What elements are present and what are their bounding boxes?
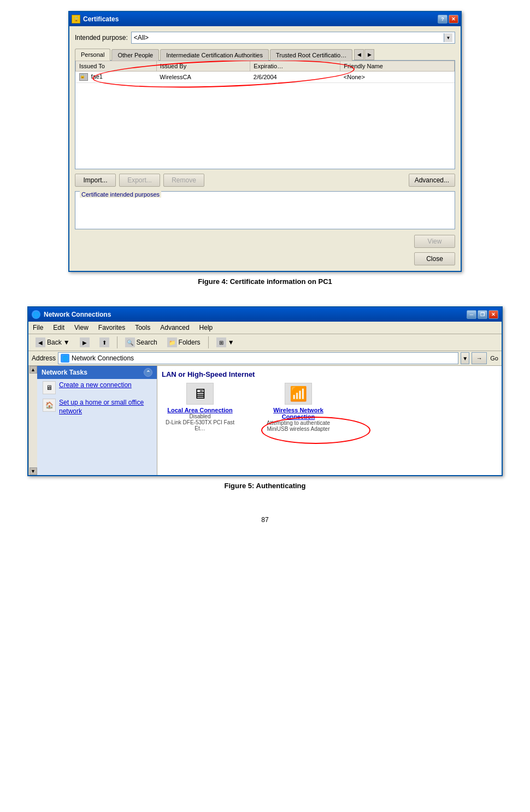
create-connection-label: Create a new connection (59, 381, 132, 390)
certificate-table: Issued To Issued By Expiratio… Friendly … (75, 61, 455, 83)
scroll-down-btn[interactable]: ▼ (30, 467, 37, 475)
menubar: File Edit View Favorites Tools Advanced … (28, 322, 502, 334)
wireless-status: Attempting to authenticate (267, 420, 330, 426)
menu-help[interactable]: Help (197, 323, 215, 333)
section-collapse-btn[interactable]: ⌃ (144, 368, 152, 377)
col-issued-by[interactable]: Issued By (156, 61, 250, 72)
dropdown-value: <All> (134, 34, 149, 42)
create-connection-item[interactable]: 🖥 Create a new connection (37, 379, 157, 396)
tab-other-people[interactable]: Other People (111, 49, 159, 61)
network-tasks-section[interactable]: Network Tasks ⌃ (37, 366, 157, 379)
wireless-device: MiniUSB wireless Adapter (267, 426, 329, 432)
toolbar: ◀ Back ▼ ▶ ⬆ 🔍 Search 📁 Folders ⊞ (28, 334, 502, 351)
titlebar-buttons: ? ✕ (438, 15, 458, 23)
close-button[interactable]: Close (414, 252, 455, 265)
explorer-titlebar-btns: ─ ❐ ✕ (467, 310, 498, 319)
import-button[interactable]: Import... (75, 174, 116, 187)
minimize-button[interactable]: ─ (467, 310, 476, 319)
back-button[interactable]: ◀ Back ▼ (32, 336, 74, 349)
up-icon: ⬆ (99, 337, 109, 347)
figure1-caption: Figure 4: Certificate information on PC1 (198, 277, 332, 286)
folders-button[interactable]: 📁 Folders (163, 336, 204, 349)
purposes-section: Certificate intended purposes View (75, 191, 455, 248)
menu-view[interactable]: View (72, 323, 91, 333)
local-area-icon: 🖥 (186, 383, 214, 405)
search-label: Search (137, 339, 157, 346)
wireless-connection-item[interactable]: 📶 Wireless Network Connection Attempting… (260, 383, 337, 432)
close-row: Close (75, 252, 455, 265)
advanced-button[interactable]: Advanced... (409, 174, 455, 187)
cell-issued-by: WirelessCA (156, 72, 250, 83)
menu-tools[interactable]: Tools (133, 323, 152, 333)
certificate-table-area: Issued To Issued By Expiratio… Friendly … (75, 60, 455, 169)
explorer-close-button[interactable]: ✕ (488, 310, 498, 319)
intended-purpose-dropdown[interactable]: <All> ▼ (131, 32, 455, 44)
local-area-connection-item[interactable]: 🖥 Local Area Connection Disabled D-Link … (162, 383, 238, 432)
view-button[interactable]: View (414, 235, 455, 248)
intended-purpose-row: Intended purpose: <All> ▼ (75, 32, 455, 44)
cert-icon: 🔒 (79, 73, 88, 81)
address-input[interactable]: 🌐 Network Connections (58, 352, 458, 364)
views-icon: ⊞ (216, 337, 226, 347)
cell-expiration: 2/6/2004 (250, 72, 340, 83)
back-icon: ◀ (36, 337, 45, 347)
col-issued-to[interactable]: Issued To (76, 61, 157, 72)
menu-favorites[interactable]: Favorites (96, 323, 127, 333)
network-connections-window: 🌐 Network Connections ─ ❐ ✕ File Edit Vi… (27, 306, 503, 476)
cell-friendly-name: <None> (340, 72, 455, 83)
explorer-titlebar: 🌐 Network Connections ─ ❐ ✕ (28, 307, 502, 322)
left-panel: Network Tasks ⌃ 🖥 Create a new connectio… (37, 366, 157, 475)
search-icon: 🔍 (125, 337, 135, 347)
dropdown-arrow-icon[interactable]: ▼ (444, 33, 452, 42)
back-dropdown[interactable]: ▼ (63, 339, 70, 346)
export-button[interactable]: Export... (119, 174, 160, 187)
home-network-icon: 🏠 (43, 399, 56, 412)
network-tasks-label: Network Tasks (42, 369, 87, 376)
home-network-label: Set up a home or small office network (59, 399, 151, 416)
go-button[interactable]: → (472, 352, 487, 364)
tab-scroll-right[interactable]: ▶ (364, 49, 374, 60)
figure2-caption: Figure 5: Authenticating (224, 482, 305, 490)
address-dropdown-arrow[interactable]: ▼ (461, 352, 469, 364)
tab-personal[interactable]: Personal (75, 49, 110, 61)
network-items: 🖥 Local Area Connection Disabled D-Link … (162, 383, 497, 432)
menu-advanced[interactable]: Advanced (158, 323, 191, 333)
close-window-button[interactable]: ✕ (449, 15, 458, 23)
col-friendly-name[interactable]: Friendly Name (340, 61, 455, 72)
col-expiration[interactable]: Expiratio… (250, 61, 340, 72)
toolbar-separator (117, 336, 117, 348)
menu-file[interactable]: File (31, 323, 45, 333)
forward-button[interactable]: ▶ (76, 336, 93, 349)
forward-icon: ▶ (80, 337, 90, 347)
menu-edit[interactable]: Edit (51, 323, 67, 333)
address-label: Address (32, 354, 56, 362)
help-button[interactable]: ? (438, 15, 447, 23)
right-panel: LAN or High-Speed Internet 🖥 Local Area … (157, 366, 502, 475)
certificates-dialog: 🔒 Certificates ? ✕ Intended purpose: <Al… (68, 11, 462, 272)
left-scrollbar[interactable]: ▲ ▼ (28, 366, 37, 475)
figure2-container: 🌐 Network Connections ─ ❐ ✕ File Edit Vi… (27, 306, 503, 490)
back-label: Back (47, 339, 62, 346)
local-area-device: D-Link DFE-530TX PCI Fast Et… (162, 419, 238, 431)
views-dropdown[interactable]: ▼ (228, 339, 234, 346)
cell-issued-to: 🔒 fae1 (76, 72, 157, 83)
address-value: Network Connections (72, 354, 134, 362)
tab-scroll-left[interactable]: ◀ (354, 49, 364, 60)
folders-label: Folders (179, 339, 201, 346)
views-button[interactable]: ⊞ ▼ (213, 336, 238, 349)
certificates-titlebar: 🔒 Certificates ? ✕ (69, 12, 461, 26)
scroll-up-btn[interactable]: ▲ (30, 366, 37, 374)
tab-intermediate-ca[interactable]: Intermediate Certification Authorities (160, 49, 269, 61)
intended-purpose-label: Intended purpose: (75, 34, 128, 42)
remove-button[interactable]: Remove (163, 174, 204, 187)
go-label[interactable]: Go (490, 355, 498, 361)
restore-button[interactable]: ❐ (478, 310, 487, 319)
dialog-title: Certificates (83, 15, 438, 23)
tab-trusted-root[interactable]: Trusted Root Certificatio… (270, 49, 352, 61)
home-network-item[interactable]: 🏠 Set up a home or small office network (37, 396, 157, 418)
up-button[interactable]: ⬆ (96, 336, 113, 349)
search-button[interactable]: 🔍 Search (121, 336, 161, 349)
table-row[interactable]: 🔒 fae1 WirelessCA 2/6/2004 <None> (76, 72, 455, 83)
folders-icon: 📁 (167, 337, 177, 347)
local-area-name: Local Area Connection (167, 407, 232, 413)
